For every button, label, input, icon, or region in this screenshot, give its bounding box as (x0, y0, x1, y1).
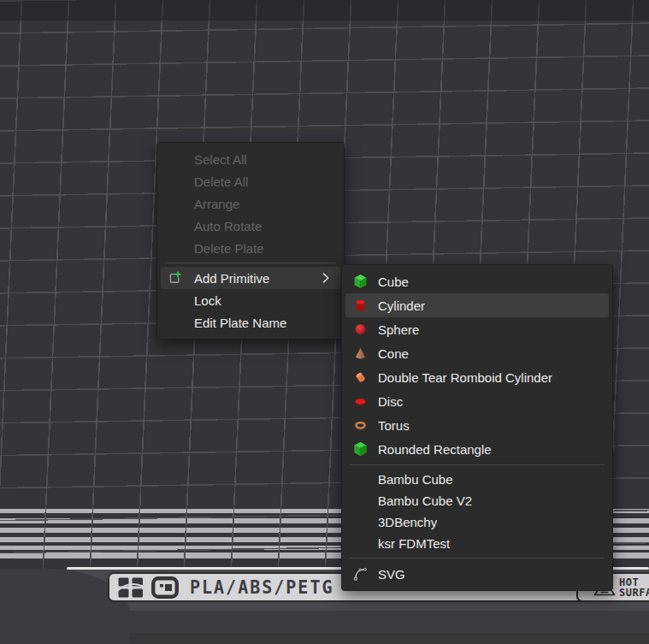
menu-item-sphere[interactable]: Sphere (345, 317, 609, 341)
menu-item-cylinder[interactable]: Cylinder (345, 293, 609, 317)
plate-material-label: PLA/ABS/PETG (190, 576, 334, 598)
plate-far-edge-shade (0, 0, 649, 21)
menu-item-label: Disc (378, 394, 403, 409)
menu-item-torus[interactable]: Torus (345, 413, 609, 437)
menu-item-label: SVG (378, 567, 405, 582)
hot-surface-line1: HOT (619, 577, 649, 588)
menu-item-label: Delete All (194, 174, 248, 189)
cone-icon (353, 346, 368, 361)
menu-item-add-primitive[interactable]: Add Primitive (161, 267, 340, 289)
menu-separator (350, 558, 605, 558)
menu-item-double-tear-romboid-cylinder[interactable]: Double Tear Romboid Cylinder (345, 365, 609, 389)
cube-icon (353, 275, 368, 289)
hot-surface-warning-text: HOT SURFACE (619, 577, 649, 598)
plate-number-icon (151, 576, 179, 599)
menu-item-label: Rounded Rectangle (378, 442, 492, 457)
menu-item-label: Add Primitive (194, 271, 269, 286)
menu-item-cube[interactable]: Cube (345, 269, 609, 293)
menu-item-auto-rotate: Auto Rotate (161, 215, 340, 237)
menu-item-label: Bambu Cube V2 (378, 493, 472, 508)
romboid-cylinder-icon (353, 370, 368, 385)
chevron-right-icon (322, 272, 330, 284)
add-primitive-icon (167, 270, 182, 286)
menu-item-label: Lock (194, 293, 221, 308)
menu-item-ksr-fdmtest[interactable]: ksr FDMTest (345, 533, 609, 554)
hot-surface-line2: SURFACE (619, 588, 649, 598)
cylinder-icon (353, 298, 368, 313)
svg-curve-icon (353, 567, 368, 582)
menu-item-delete-plate: Delete Plate (161, 237, 340, 259)
menu-item-lock[interactable]: Lock (161, 289, 340, 311)
menu-item-select-all: Select All (161, 148, 340, 170)
menu-separator (350, 464, 605, 465)
menu-item-cone[interactable]: Cone (345, 341, 609, 365)
menu-item-label: Double Tear Romboid Cylinder (378, 370, 552, 385)
menu-item-label: Cone (378, 346, 409, 361)
menu-item-delete-all: Delete All (161, 170, 340, 192)
menu-item-label: Sphere (378, 322, 419, 337)
menu-item-label: Delete Plate (194, 241, 264, 256)
menu-item-label: 3DBenchy (378, 515, 437, 529)
menu-item-edit-plate-name[interactable]: Edit Plate Name (161, 311, 340, 334)
menu-item-label: ksr FDMTest (378, 536, 450, 551)
plate-context-menu: Select AllDelete AllArrangeAuto RotateDe… (156, 142, 345, 340)
rounded-rectangle-icon (353, 442, 368, 457)
disc-icon (353, 394, 368, 409)
menu-item-bambu-cube-v2[interactable]: Bambu Cube V2 (345, 490, 609, 511)
menu-item-bambu-cube[interactable]: Bambu Cube (345, 469, 609, 490)
menu-item-label: Torus (378, 418, 410, 433)
menu-item-label: Bambu Cube (378, 472, 453, 487)
menu-item-label: Select All (194, 152, 247, 167)
menu-item-label: Arrange (194, 197, 239, 211)
menu-item-label: Auto Rotate (194, 219, 262, 233)
bambu-studio-viewport: { "colors": { "menu_bg": "#2b2b2b", "men… (0, 0, 649, 644)
menu-item-arrange: Arrange (161, 192, 340, 215)
menu-separator (165, 263, 336, 263)
menu-item-label: Edit Plate Name (194, 316, 286, 330)
menu-item-rounded-rectangle[interactable]: Rounded Rectangle (345, 437, 609, 461)
menu-item-label: Cylinder (378, 298, 425, 313)
sphere-icon (353, 322, 368, 337)
bambu-logo-icon (118, 577, 144, 598)
add-primitive-submenu: CubeCylinderSphereConeDouble Tear Romboi… (341, 264, 613, 591)
menu-item-label: Cube (378, 275, 409, 289)
menu-item-3dbenchy[interactable]: 3DBenchy (345, 511, 609, 533)
menu-item-disc[interactable]: Disc (345, 389, 609, 413)
menu-item-svg[interactable]: SVG (345, 562, 609, 586)
torus-icon (353, 418, 368, 433)
